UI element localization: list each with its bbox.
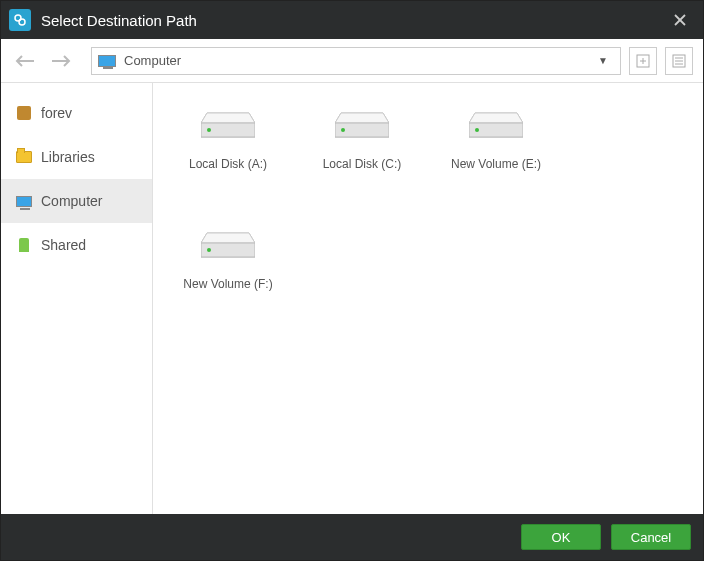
nav-bar: Computer ▼ bbox=[1, 39, 703, 83]
cancel-button[interactable]: Cancel bbox=[611, 524, 691, 550]
computer-icon bbox=[98, 55, 116, 67]
sidebar-item-label: forev bbox=[41, 105, 72, 121]
dialog-title: Select Destination Path bbox=[41, 12, 197, 29]
drive-icon bbox=[335, 107, 389, 141]
forward-button[interactable] bbox=[47, 47, 75, 75]
libraries-icon bbox=[15, 148, 33, 166]
sidebar-item-label: Shared bbox=[41, 237, 86, 253]
footer: OK Cancel bbox=[1, 514, 703, 560]
svg-point-24 bbox=[475, 128, 479, 132]
arrow-left-icon bbox=[14, 53, 36, 69]
sidebar-item-computer[interactable]: Computer bbox=[1, 179, 152, 223]
new-folder-button[interactable] bbox=[629, 47, 657, 75]
sidebar-item-label: Computer bbox=[41, 193, 102, 209]
sidebar-item-user[interactable]: forev bbox=[1, 91, 152, 135]
shared-icon bbox=[15, 236, 33, 254]
arrow-right-icon bbox=[50, 53, 72, 69]
drive-icon bbox=[201, 227, 255, 261]
computer-icon bbox=[15, 192, 33, 210]
svg-marker-18 bbox=[335, 113, 389, 123]
plus-box-icon bbox=[636, 54, 650, 68]
close-icon bbox=[673, 13, 687, 27]
svg-marker-14 bbox=[201, 113, 255, 123]
chevron-down-icon: ▼ bbox=[598, 55, 608, 66]
svg-point-28 bbox=[207, 248, 211, 252]
svg-marker-22 bbox=[469, 113, 523, 123]
dialog-window: Select Destination Path Computer ▼ for bbox=[0, 0, 704, 561]
sidebar-item-shared[interactable]: Shared bbox=[1, 223, 152, 267]
app-icon bbox=[9, 9, 31, 31]
user-folder-icon bbox=[15, 104, 33, 122]
sidebar-item-label: Libraries bbox=[41, 149, 95, 165]
svg-marker-26 bbox=[201, 233, 255, 243]
dialog-body: forev Libraries Computer Shared Local Di… bbox=[1, 83, 703, 514]
path-label: Computer bbox=[124, 53, 181, 68]
path-dropdown[interactable]: Computer ▼ bbox=[91, 47, 621, 75]
drive-grid: Local Disk (A:) Local Disk (C:) New Volu… bbox=[153, 83, 703, 514]
svg-point-1 bbox=[19, 19, 25, 25]
list-icon bbox=[672, 54, 686, 68]
drive-item[interactable]: New Volume (F:) bbox=[163, 223, 293, 333]
close-button[interactable] bbox=[665, 5, 695, 35]
back-button[interactable] bbox=[11, 47, 39, 75]
drive-icon bbox=[469, 107, 523, 141]
drive-icon bbox=[201, 107, 255, 141]
svg-point-16 bbox=[207, 128, 211, 132]
drive-label: Local Disk (A:) bbox=[189, 157, 267, 171]
drive-item[interactable]: Local Disk (A:) bbox=[163, 103, 293, 213]
drive-label: New Volume (E:) bbox=[451, 157, 541, 171]
ok-button[interactable]: OK bbox=[521, 524, 601, 550]
drive-label: New Volume (F:) bbox=[183, 277, 272, 291]
sidebar-item-libraries[interactable]: Libraries bbox=[1, 135, 152, 179]
title-bar: Select Destination Path bbox=[1, 1, 703, 39]
drive-item[interactable]: New Volume (E:) bbox=[431, 103, 561, 213]
sidebar: forev Libraries Computer Shared bbox=[1, 83, 153, 514]
svg-point-20 bbox=[341, 128, 345, 132]
view-mode-button[interactable] bbox=[665, 47, 693, 75]
drive-item[interactable]: Local Disk (C:) bbox=[297, 103, 427, 213]
drive-label: Local Disk (C:) bbox=[323, 157, 402, 171]
